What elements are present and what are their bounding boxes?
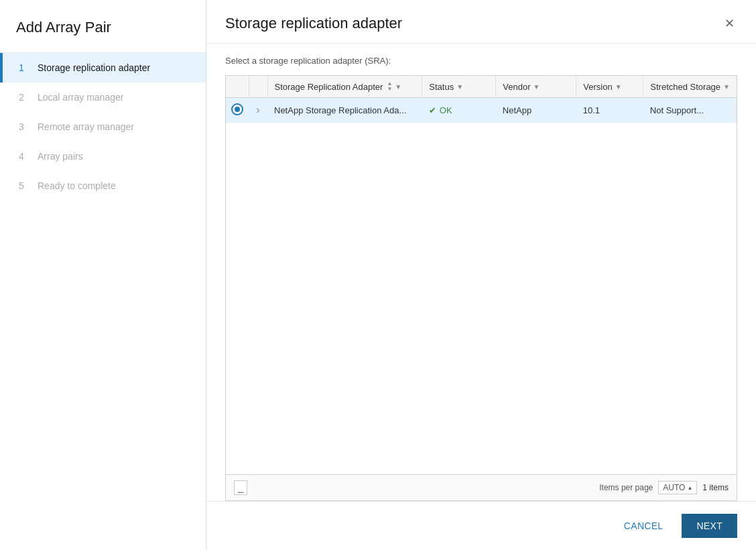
col-status[interactable]: Status ▼ xyxy=(422,76,496,98)
col-status-label: Status xyxy=(429,82,454,92)
items-per-page-chevron-up-icon: ▲ xyxy=(687,485,692,491)
step-label-2: Local array manager xyxy=(38,92,123,103)
dialog-title: Storage replication adapter xyxy=(225,15,402,32)
items-count: 1 items xyxy=(702,483,729,492)
sidebar: Add Array Pair 1Storage replication adap… xyxy=(0,0,206,550)
col-version[interactable]: Version ▼ xyxy=(576,76,643,98)
table-footer: ⎯ Items per page AUTO ▲ 1 items xyxy=(226,474,737,500)
table-footer-left: ⎯ xyxy=(234,480,247,495)
status-value: OK xyxy=(440,105,452,115)
expand-chevron-icon xyxy=(256,105,259,115)
col-sra-label: Storage Replication Adapter xyxy=(275,82,383,92)
sidebar-step-4[interactable]: 4Array pairs xyxy=(0,142,206,171)
dialog-footer: CANCEL NEXT xyxy=(206,501,756,550)
filter-icon-status[interactable]: ▼ xyxy=(456,83,463,91)
step-label-5: Ready to complete xyxy=(38,180,116,191)
table-header-row: Storage Replication Adapter ▲ ▼ ▼ Status xyxy=(226,76,737,98)
items-per-page-value: AUTO xyxy=(663,483,685,492)
step-num-4: 4 xyxy=(19,151,29,162)
expand-cell[interactable] xyxy=(249,98,267,123)
col-sra[interactable]: Storage Replication Adapter ▲ ▼ ▼ xyxy=(267,76,422,98)
radio-cell[interactable] xyxy=(226,98,249,123)
collapse-icon[interactable]: ⎯ xyxy=(234,480,247,495)
table-footer-right: Items per page AUTO ▲ 1 items xyxy=(599,481,729,494)
col-stretched-label: Stretched Storage xyxy=(650,82,720,92)
dialog-subtitle: Select a storage replication adapter (SR… xyxy=(225,56,737,66)
items-per-page-selector[interactable]: AUTO ▲ xyxy=(658,481,697,494)
close-button[interactable]: ✕ xyxy=(721,15,737,32)
sidebar-steps: 1Storage replication adapter2Local array… xyxy=(0,53,206,201)
items-per-page-label: Items per page xyxy=(599,483,653,492)
status-cell: ✔OK xyxy=(422,98,496,123)
col-version-label: Version xyxy=(583,82,612,92)
table-body: NetApp Storage Replication Ada... ✔OK Ne… xyxy=(226,98,737,123)
filter-icon-vendor[interactable]: ▼ xyxy=(533,83,540,91)
vendor-cell: NetApp xyxy=(496,98,576,123)
filter-icon-sra[interactable]: ▼ xyxy=(395,83,401,91)
sort-icons-sra[interactable]: ▲ ▼ xyxy=(387,81,392,92)
col-radio xyxy=(226,76,249,98)
sra-table: Storage Replication Adapter ▲ ▼ ▼ Status xyxy=(226,76,737,123)
step-num-1: 1 xyxy=(19,62,29,73)
step-label-4: Array pairs xyxy=(38,151,83,162)
step-num-3: 3 xyxy=(19,121,29,132)
step-label-3: Remote array manager xyxy=(38,121,134,132)
sidebar-title: Add Array Pair xyxy=(0,0,206,53)
table-row[interactable]: NetApp Storage Replication Ada... ✔OK Ne… xyxy=(226,98,737,123)
dialog-header: Storage replication adapter ✕ xyxy=(206,0,756,44)
radio-selected xyxy=(233,105,242,114)
sort-desc-icon: ▼ xyxy=(387,87,392,92)
main-panel: Storage replication adapter ✕ Select a s… xyxy=(206,0,756,550)
stretched-cell: Not Support... xyxy=(643,98,737,123)
version-cell: 10.1 xyxy=(576,98,643,123)
dialog-content: Select a storage replication adapter (SR… xyxy=(206,44,756,501)
sidebar-step-1: 1Storage replication adapter xyxy=(0,53,206,82)
filter-icon-version[interactable]: ▼ xyxy=(615,83,622,91)
step-num-2: 2 xyxy=(19,92,29,103)
sidebar-step-2[interactable]: 2Local array manager xyxy=(0,82,206,112)
next-button[interactable]: NEXT xyxy=(682,514,737,538)
check-icon: ✔ xyxy=(429,105,436,115)
col-vendor[interactable]: Vendor ▼ xyxy=(496,76,576,98)
table-container: Storage Replication Adapter ▲ ▼ ▼ Status xyxy=(225,75,737,501)
sidebar-step-5[interactable]: 5Ready to complete xyxy=(0,171,206,201)
col-stretched[interactable]: Stretched Storage ▼ xyxy=(643,76,737,98)
sra-name-cell: NetApp Storage Replication Ada... xyxy=(267,98,422,123)
step-label-1: Storage replication adapter xyxy=(38,62,150,73)
cancel-button[interactable]: CANCEL xyxy=(613,514,674,538)
col-vendor-label: Vendor xyxy=(503,82,530,92)
filter-icon-stretched[interactable]: ▼ xyxy=(723,83,730,91)
step-num-5: 5 xyxy=(19,180,29,191)
sidebar-step-3[interactable]: 3Remote array manager xyxy=(0,112,206,142)
col-expand xyxy=(249,76,267,98)
